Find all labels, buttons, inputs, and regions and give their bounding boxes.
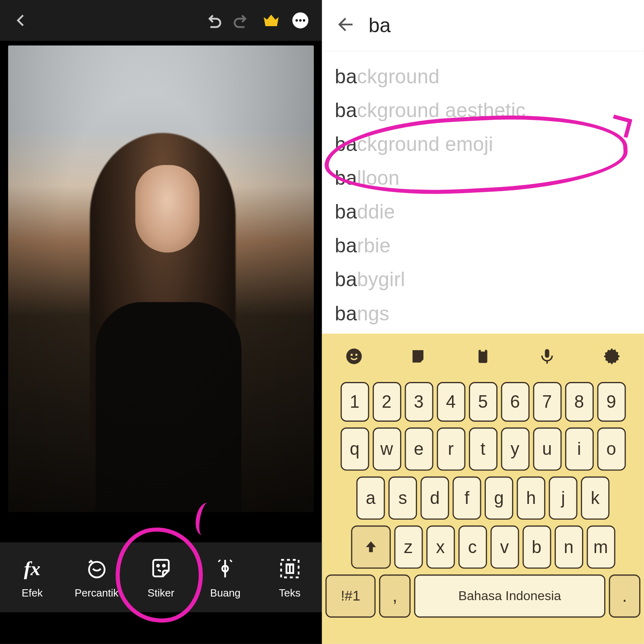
key-1[interactable]: 1 — [340, 382, 369, 422]
key-h[interactable]: h — [517, 477, 545, 520]
tool-buang[interactable]: Buang — [197, 555, 253, 599]
svg-point-2 — [299, 19, 301, 22]
svg-rect-14 — [481, 349, 485, 351]
search-panel: ba background background aesthetic backg… — [322, 0, 644, 644]
tool-stiker[interactable]: Stiker — [133, 555, 189, 599]
svg-point-6 — [163, 564, 165, 566]
search-back-icon[interactable] — [336, 14, 357, 37]
tool-label: Efek — [22, 587, 43, 599]
emoji-icon[interactable] — [341, 343, 367, 369]
text-icon — [277, 555, 303, 581]
key-8[interactable]: 8 — [565, 382, 593, 422]
back-icon[interactable] — [7, 6, 36, 35]
more-icon[interactable] — [286, 6, 315, 35]
svg-point-12 — [355, 354, 357, 356]
key-2[interactable]: 2 — [372, 382, 401, 422]
keyboard-toolbar — [322, 334, 644, 379]
svg-point-5 — [157, 564, 159, 566]
suggestion-item[interactable]: background aesthetic — [335, 93, 631, 127]
settings-icon[interactable] — [599, 343, 625, 369]
key-i[interactable]: i — [565, 427, 593, 471]
key-x[interactable]: x — [426, 526, 454, 569]
key-r[interactable]: r — [437, 427, 465, 471]
key-d[interactable]: d — [421, 477, 449, 520]
key-q[interactable]: q — [340, 427, 369, 471]
key-o[interactable]: o — [597, 427, 625, 471]
bottom-pad — [0, 612, 322, 644]
key-symbols[interactable]: !#1 — [326, 574, 376, 617]
tool-label: Teks — [279, 587, 301, 599]
key-row-a: a s d f g h j k — [322, 474, 644, 523]
suggestion-item[interactable]: baddie — [335, 195, 631, 229]
photo-torso — [96, 302, 242, 512]
suggestion-item[interactable]: babygirl — [335, 262, 631, 296]
svg-point-1 — [295, 19, 298, 22]
key-space[interactable]: Bahasa Indonesia — [414, 574, 605, 617]
key-j[interactable]: j — [549, 477, 578, 520]
beautify-icon — [84, 555, 109, 581]
sticker-icon — [148, 555, 174, 581]
svg-rect-15 — [545, 349, 549, 358]
key-k[interactable]: k — [581, 477, 609, 520]
key-c[interactable]: c — [458, 526, 487, 569]
photo-face — [135, 165, 199, 252]
key-row-numbers: 1 2 3 4 5 6 7 8 9 — [322, 379, 644, 425]
key-m[interactable]: m — [586, 526, 615, 569]
key-shift[interactable] — [351, 526, 391, 569]
key-7[interactable]: 7 — [533, 382, 561, 422]
suggestion-list: background background aesthetic backgrou… — [322, 52, 644, 330]
key-e[interactable]: e — [405, 427, 433, 471]
key-3[interactable]: 3 — [405, 382, 433, 422]
tool-percantik[interactable]: Percantik — [68, 555, 124, 599]
key-z[interactable]: z — [394, 526, 423, 569]
key-w[interactable]: w — [372, 427, 401, 471]
undo-icon[interactable] — [198, 6, 227, 35]
key-t[interactable]: t — [469, 427, 497, 471]
key-y[interactable]: y — [501, 427, 529, 471]
fx-icon: fx — [19, 555, 45, 581]
svg-point-11 — [351, 354, 353, 356]
clipboard-icon[interactable] — [470, 343, 496, 369]
svg-point-10 — [346, 349, 362, 364]
key-g[interactable]: g — [485, 477, 513, 520]
canvas-photo[interactable] — [8, 45, 314, 512]
key-5[interactable]: 5 — [469, 382, 497, 422]
key-u[interactable]: u — [533, 427, 561, 471]
key-b[interactable]: b — [522, 526, 551, 569]
key-n[interactable]: n — [554, 526, 583, 569]
sticker-kbd-icon[interactable] — [406, 343, 431, 369]
key-f[interactable]: f — [452, 477, 481, 520]
suggestion-item[interactable]: background — [335, 60, 631, 93]
key-dot[interactable]: . — [609, 574, 640, 617]
suggestion-item[interactable]: background emoji — [335, 127, 631, 161]
key-comma[interactable]: , — [379, 574, 411, 617]
key-9[interactable]: 9 — [597, 382, 625, 422]
tool-label: Percantik — [75, 587, 119, 599]
tool-label: Stiker — [148, 587, 175, 599]
key-s[interactable]: s — [388, 477, 417, 520]
key-4[interactable]: 4 — [437, 382, 465, 422]
mic-icon[interactable] — [535, 343, 560, 369]
suggestion-item[interactable]: balloon — [335, 161, 631, 195]
svg-rect-13 — [479, 350, 487, 363]
svg-point-4 — [89, 561, 105, 577]
search-input[interactable]: ba — [369, 14, 391, 37]
tool-efek[interactable]: fx Efek — [4, 555, 60, 599]
suggestion-item[interactable]: bangs — [335, 296, 631, 330]
key-row-z: z x c v b n m — [322, 522, 644, 572]
photo-hair — [90, 133, 235, 459]
editor-topbar — [0, 0, 322, 41]
suggestion-item[interactable]: barbie — [335, 229, 631, 262]
premium-crown-icon[interactable] — [257, 6, 286, 35]
tool-teks[interactable]: Teks — [262, 555, 318, 599]
key-row-bottom: !#1 , Bahasa Indonesia . — [322, 572, 644, 621]
editor-panel: fx Efek Percantik Stiker Buang — [0, 0, 322, 644]
search-bar: ba — [322, 0, 644, 52]
key-6[interactable]: 6 — [501, 382, 529, 422]
editor-toolbar: fx Efek Percantik Stiker Buang — [0, 543, 322, 613]
key-v[interactable]: v — [490, 526, 519, 569]
remove-icon — [213, 555, 238, 581]
tool-label: Buang — [210, 587, 240, 599]
key-a[interactable]: a — [356, 477, 385, 520]
redo-icon[interactable] — [227, 6, 256, 35]
